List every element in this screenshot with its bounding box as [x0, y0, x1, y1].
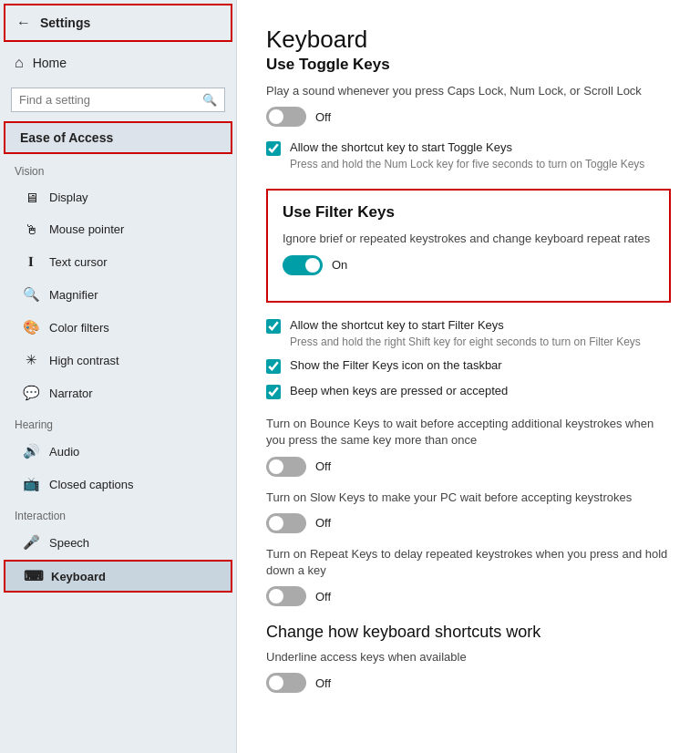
sidebar-item-mouse-pointer[interactable]: 🖱Mouse pointer — [0, 213, 236, 245]
filter-keys-title: Use Filter Keys — [283, 203, 654, 222]
sidebar-item-audio[interactable]: 🔊Audio — [0, 435, 236, 468]
filter-keys-checkbox3-label: Beep when keys are pressed or accepted — [290, 383, 508, 399]
audio-icon: 🔊 — [22, 443, 40, 459]
shortcuts-title: Change how keyboard shortcuts work — [266, 623, 671, 642]
keyboard-icon: ⌨ — [24, 568, 42, 584]
filter-keys-checkbox3[interactable] — [266, 385, 281, 399]
back-button[interactable]: ← — [16, 15, 31, 31]
sidebar-item-label-closed-captions: Closed captions — [49, 478, 134, 491]
main-content: Keyboard Use Toggle Keys Play a sound wh… — [237, 0, 700, 753]
sidebar-item-keyboard[interactable]: ⌨Keyboard — [4, 560, 232, 593]
bounce-keys-toggle[interactable] — [266, 457, 306, 477]
filter-keys-checkbox1-desc: Press and hold the right Shift key for e… — [290, 335, 641, 348]
toggle-keys-checkbox[interactable] — [266, 141, 281, 156]
text-cursor-icon: 𝐈 — [22, 253, 40, 270]
slow-keys-state: Off — [315, 516, 331, 530]
toggle-keys-checkbox-desc: Press and hold the Num Lock key for five… — [290, 158, 644, 170]
bounce-keys-toggle-row: Off — [266, 457, 671, 477]
sidebar-item-closed-captions[interactable]: 📺Closed captions — [0, 468, 236, 500]
sidebar-item-color-filters[interactable]: 🎨Color filters — [0, 311, 236, 344]
settings-header-title: Settings — [40, 15, 90, 30]
slow-keys-toggle-row: Off — [266, 513, 671, 533]
filter-keys-checkbox2[interactable] — [266, 359, 281, 374]
sidebar-item-label-text-cursor: Text cursor — [49, 255, 108, 269]
narrator-icon: 💬 — [22, 385, 40, 401]
speech-icon: 🎤 — [22, 534, 40, 551]
magnifier-icon: 🔍 — [22, 286, 40, 303]
bounce-keys-desc: Turn on Bounce Keys to wait before accep… — [266, 416, 671, 449]
home-icon: ⌂ — [15, 55, 24, 71]
home-link[interactable]: ⌂ Home — [0, 46, 236, 80]
repeat-keys-state: Off — [315, 590, 331, 603]
filter-keys-checkbox1[interactable] — [266, 319, 281, 334]
sidebar-item-magnifier[interactable]: 🔍Magnifier — [0, 278, 236, 311]
underline-toggle-row: Off — [266, 673, 671, 693]
bounce-keys-state: Off — [315, 459, 331, 473]
underline-state: Off — [315, 676, 331, 690]
sidebar: ← Settings ⌂ Home 🔍 Ease of Access Visio… — [0, 0, 237, 753]
filter-keys-toggle-row: On — [283, 255, 654, 275]
repeat-keys-toggle[interactable] — [266, 586, 306, 606]
filter-keys-toggle[interactable] — [283, 255, 323, 275]
toggle-keys-checkbox-label: Allow the shortcut key to start Toggle K… — [290, 139, 644, 156]
sidebar-item-high-contrast[interactable]: ✳High contrast — [0, 344, 236, 376]
slow-keys-toggle[interactable] — [266, 513, 306, 533]
sidebar-item-speech[interactable]: 🎤Speech — [0, 526, 236, 559]
sidebar-item-label-display: Display — [49, 191, 88, 204]
repeat-keys-desc: Turn on Repeat Keys to delay repeated ke… — [266, 546, 671, 579]
sidebar-item-label-magnifier: Magnifier — [49, 288, 98, 302]
filter-keys-box: Use Filter Keys Ignore brief or repeated… — [266, 189, 671, 302]
settings-header: ← Settings — [4, 4, 232, 42]
page-title: Keyboard — [266, 26, 671, 54]
underline-toggle[interactable] — [266, 673, 306, 693]
filter-keys-state: On — [332, 258, 347, 272]
section-label-interaction: Interaction — [0, 500, 236, 526]
underline-desc: Underline access keys when available — [266, 649, 671, 665]
filter-keys-checkbox2-row: Show the Filter Keys icon on the taskbar — [266, 357, 671, 374]
filter-keys-checkbox1-row: Allow the shortcut key to start Filter K… — [266, 317, 671, 348]
search-icon: 🔍 — [202, 93, 217, 107]
toggle-keys-state: Off — [315, 110, 331, 124]
high-contrast-icon: ✳ — [22, 352, 40, 368]
toggle-keys-desc: Play a sound whenever you press Caps Loc… — [266, 83, 671, 99]
sidebar-item-label-keyboard: Keyboard — [51, 570, 106, 583]
toggle-keys-checkbox-row: Allow the shortcut key to start Toggle K… — [266, 139, 671, 170]
sidebar-item-label-narrator: Narrator — [49, 387, 93, 400]
sidebar-item-narrator[interactable]: 💬Narrator — [0, 376, 236, 409]
sidebar-item-label-high-contrast: High contrast — [49, 354, 119, 367]
slow-keys-desc: Turn on Slow Keys to make your PC wait b… — [266, 490, 671, 506]
toggle-keys-toggle-row: Off — [266, 107, 671, 127]
sidebar-item-label-audio: Audio — [49, 445, 79, 459]
closed-captions-icon: 📺 — [22, 476, 40, 492]
color-filters-icon: 🎨 — [22, 319, 40, 335]
mouse-pointer-icon: 🖱 — [22, 222, 40, 237]
toggle-keys-title: Use Toggle Keys — [266, 56, 671, 74]
toggle-keys-toggle[interactable] — [266, 107, 306, 127]
filter-keys-desc: Ignore brief or repeated keystrokes and … — [283, 231, 654, 247]
sidebar-item-text-cursor[interactable]: 𝐈Text cursor — [0, 245, 236, 278]
display-icon: 🖥 — [22, 190, 40, 205]
section-label-vision: Vision — [0, 156, 236, 181]
ease-of-access-label[interactable]: Ease of Access — [4, 121, 232, 154]
filter-keys-checkbox1-label: Allow the shortcut key to start Filter K… — [290, 317, 641, 334]
repeat-keys-toggle-row: Off — [266, 586, 671, 606]
sidebar-item-display[interactable]: 🖥Display — [0, 181, 236, 213]
filter-keys-checkbox3-row: Beep when keys are pressed or accepted — [266, 383, 671, 399]
search-box: 🔍 — [11, 88, 225, 112]
search-input[interactable] — [19, 93, 202, 107]
nav-sections: Vision🖥Display🖱Mouse pointer𝐈Text cursor… — [0, 156, 236, 593]
home-label: Home — [33, 56, 67, 70]
sidebar-item-label-speech: Speech — [49, 536, 89, 550]
section-label-hearing: Hearing — [0, 409, 236, 435]
sidebar-item-label-color-filters: Color filters — [49, 321, 109, 335]
filter-keys-checkbox2-label: Show the Filter Keys icon on the taskbar — [290, 357, 502, 374]
sidebar-item-label-mouse-pointer: Mouse pointer — [49, 222, 124, 236]
